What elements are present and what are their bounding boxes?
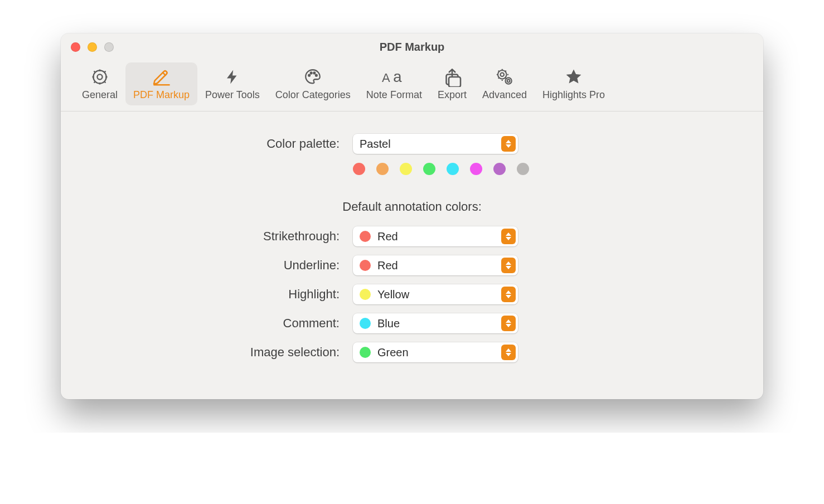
preferences-toolbar: General PDF Markup Power Tools [61, 60, 763, 112]
svg-point-5 [316, 75, 317, 76]
palette-swatch [423, 163, 435, 175]
palette-swatch [517, 163, 529, 175]
tab-advanced[interactable]: Advanced [474, 62, 535, 105]
window-controls [71, 42, 114, 52]
tab-general-label: General [82, 89, 118, 101]
dropdown-stepper-icon [501, 287, 516, 302]
palette-swatch [353, 163, 365, 175]
star-icon [564, 66, 584, 88]
palette-swatches [353, 163, 741, 175]
highlight-label: Highlight: [83, 287, 340, 302]
zoom-window-button[interactable] [104, 42, 114, 52]
dropdown-stepper-icon [501, 258, 516, 273]
svg-point-2 [309, 75, 311, 76]
underline-row: Underline: Red [83, 255, 741, 275]
palette-swatch [447, 163, 459, 175]
gears-icon [493, 66, 516, 88]
strikethrough-value: Red [377, 230, 501, 243]
image-selection-value: Green [377, 346, 501, 359]
color-palette-label: Color palette: [83, 137, 340, 151]
window-title: PDF Markup [380, 41, 445, 54]
strikethrough-label: Strikethrough: [83, 229, 340, 244]
pencil-icon [152, 66, 172, 88]
default-colors-heading: Default annotation colors: [83, 200, 741, 214]
color-swatch-icon [360, 260, 371, 271]
color-palette-dropdown[interactable]: Pastel [353, 134, 518, 154]
palette-swatch [470, 163, 482, 175]
underline-value: Red [377, 259, 501, 272]
svg-text:a: a [393, 68, 402, 85]
gear-icon [90, 66, 109, 88]
underline-dropdown[interactable]: Red [353, 255, 518, 275]
color-swatch-icon [360, 289, 371, 300]
svg-point-12 [507, 80, 510, 83]
svg-point-3 [311, 72, 312, 74]
tab-power-tools[interactable]: Power Tools [197, 62, 268, 105]
color-swatch-icon [360, 347, 371, 358]
tab-color-categories[interactable]: Color Categories [268, 62, 358, 105]
tab-export-label: Export [438, 89, 467, 101]
palette-swatch [376, 163, 389, 175]
palette-swatch [493, 163, 506, 175]
svg-text:A: A [382, 71, 390, 85]
svg-rect-9 [449, 77, 461, 87]
svg-point-0 [97, 74, 102, 79]
bolt-icon [224, 66, 241, 88]
tab-advanced-label: Advanced [482, 89, 527, 101]
tab-pdf-markup-label: PDF Markup [133, 89, 190, 101]
titlebar: PDF Markup [61, 33, 763, 60]
tab-color-categories-label: Color Categories [275, 89, 351, 101]
tab-highlights-pro-label: Highlights Pro [542, 89, 605, 101]
dropdown-stepper-icon [501, 345, 516, 360]
tab-general[interactable]: General [74, 62, 125, 105]
tab-note-format[interactable]: A a Note Format [358, 62, 430, 105]
image-selection-dropdown[interactable]: Green [353, 342, 518, 362]
color-swatch-icon [360, 318, 371, 329]
tab-export[interactable]: Export [430, 62, 474, 105]
highlight-row: Highlight: Yellow [83, 284, 741, 304]
svg-point-1 [93, 70, 106, 83]
tab-pdf-markup[interactable]: PDF Markup [125, 62, 197, 105]
highlight-value: Yellow [377, 288, 501, 301]
comment-value: Blue [377, 317, 501, 330]
tab-note-format-label: Note Format [366, 89, 422, 101]
export-icon [442, 66, 462, 88]
minimize-window-button[interactable] [88, 42, 97, 52]
color-palette-value: Pastel [360, 138, 501, 151]
svg-point-4 [314, 72, 316, 74]
preferences-window: PDF Markup General PDF Markup [61, 33, 763, 399]
palette-icon [302, 66, 324, 88]
svg-point-10 [500, 72, 504, 76]
strikethrough-dropdown[interactable]: Red [353, 226, 518, 246]
underline-label: Underline: [83, 258, 340, 273]
comment-row: Comment: Blue [83, 313, 741, 333]
palette-swatch [400, 163, 412, 175]
content-area: Color palette: Pastel Default annotation… [61, 112, 763, 399]
highlight-dropdown[interactable]: Yellow [353, 284, 518, 304]
tab-highlights-pro[interactable]: Highlights Pro [535, 62, 613, 105]
svg-point-11 [498, 70, 507, 79]
dropdown-stepper-icon [501, 316, 516, 331]
comment-dropdown[interactable]: Blue [353, 313, 518, 333]
close-window-button[interactable] [71, 42, 80, 52]
dropdown-stepper-icon [501, 229, 516, 244]
comment-label: Comment: [83, 316, 340, 331]
image-selection-label: Image selection: [83, 345, 340, 360]
dropdown-stepper-icon [501, 136, 516, 152]
svg-point-13 [505, 77, 511, 84]
image-selection-row: Image selection: Green [83, 342, 741, 362]
text-format-icon: A a [382, 66, 406, 88]
color-swatch-icon [360, 231, 371, 242]
tab-power-tools-label: Power Tools [205, 89, 260, 101]
strikethrough-row: Strikethrough: Red [83, 226, 741, 246]
color-palette-row: Color palette: Pastel [83, 134, 741, 154]
